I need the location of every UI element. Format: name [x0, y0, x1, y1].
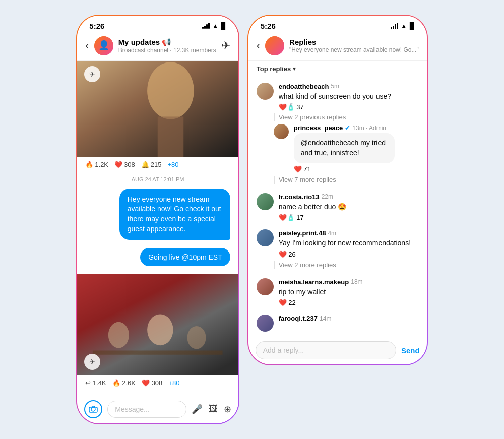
reply-time-2: 22m	[322, 193, 333, 200]
thread-line-2	[274, 176, 275, 184]
reply-username-admin: princess_peace	[294, 124, 343, 132]
reply-meta-2: fr.costa.rio13 22m	[279, 193, 419, 201]
plus-icon[interactable]: ⊕	[224, 404, 231, 415]
right-phone: 5:26 ▲ ▊ ‹	[248, 16, 427, 365]
date-divider: AUG 24 AT 12:01 PM	[77, 172, 238, 186]
reaction-more-1[interactable]: +80	[167, 161, 178, 168]
reply-input-row: Add a reply... Send	[248, 336, 427, 364]
reply-input[interactable]: Add a reply...	[256, 341, 396, 359]
bubble-text-1: Hey everyone new stream available now! G…	[119, 189, 230, 240]
thread-connector-3: View 2 more replies	[248, 260, 427, 272]
reply-username-1: endoatthebeach	[279, 83, 329, 90]
reactions-row-1: 🔥 1.2K ❤️ 308 🔔 215 +80	[77, 157, 238, 172]
replies-header: ‹ Replies "Hey everyone new	[248, 32, 427, 61]
status-icons-right: ▲ ▊	[391, 22, 415, 30]
reaction-reply-2[interactable]: ↩ 1.4K	[85, 379, 106, 387]
forward-button-post1[interactable]: ✈	[84, 66, 100, 82]
post1-image-container: ✈	[77, 61, 238, 157]
post1-image	[77, 61, 238, 157]
replies-avatar	[265, 36, 284, 55]
reply-username-3: paisley.print.48	[279, 229, 326, 237]
input-icons: 🎤 🖼 ⊕	[192, 404, 231, 415]
status-icons-left: ▲ ▊	[202, 22, 226, 30]
svg-point-10	[91, 407, 95, 411]
reaction-heart-2[interactable]: ❤️ 308	[142, 379, 162, 387]
chevron-down-icon[interactable]: ▾	[293, 66, 296, 72]
avatar-r1	[257, 83, 274, 100]
wifi-icon-right: ▲	[401, 22, 407, 30]
view-more-3[interactable]: View 2 more replies	[279, 261, 336, 269]
time-right: 5:26	[261, 22, 276, 30]
view-more-1[interactable]: View 2 previous replies	[279, 113, 346, 121]
avatar-r6	[257, 229, 274, 246]
reply-username-5: farooqi.t.237	[279, 315, 318, 322]
svg-point-9	[187, 326, 206, 349]
left-feed: ✈ 🔥 1.2K ❤️ 308 🔔 215 +80 AUG 24 AT 12:0…	[77, 61, 238, 395]
verified-icon: ✔	[345, 124, 350, 132]
reactions-row-2: ↩ 1.4K 🔥 2.6K ❤️ 308 +80	[77, 375, 238, 391]
left-phone: 5:26 ▲ ▊ ‹	[77, 16, 238, 423]
reply-reactions-4[interactable]: ❤️ 22	[279, 299, 419, 306]
reply-time-4: 18m	[351, 278, 362, 285]
replies-title: Replies	[289, 38, 419, 46]
post2-image-container: ✈	[77, 274, 238, 375]
top-replies-bar: Top replies ▾	[248, 61, 427, 77]
reply-text-3: Yay I'm looking for new recommendations!	[279, 238, 419, 248]
reply-item-2: fr.costa.rio13 22m name a better duo 🤩 ❤…	[248, 189, 427, 224]
left-phone-wrapper: 5:26 ▲ ▊ ‹	[76, 15, 239, 424]
reply-item-1: endoatthebeach 5m what kind of sunscreen…	[248, 79, 427, 113]
reply-meta-4: meisha.learns.makeup 18m	[279, 278, 419, 286]
send-button[interactable]: Send	[401, 346, 420, 355]
reply-meta-admin: princess_peace ✔ 13m · Admin	[294, 124, 419, 132]
reply-meta-1: endoatthebeach 5m	[279, 83, 419, 90]
reaction-heart-1[interactable]: ❤️ 308	[114, 161, 135, 168]
svg-point-3	[147, 62, 194, 119]
avatar-r3	[274, 124, 289, 139]
reaction-fire-2[interactable]: 🔥 2.6K	[112, 379, 136, 387]
send-icon-header[interactable]: ✈	[221, 39, 230, 52]
back-button-left[interactable]: ‹	[85, 39, 89, 52]
reply-meta-3: paisley.print.48 4m	[279, 229, 419, 237]
channel-avatar: 👤	[94, 36, 113, 55]
replies-subtitle: "Hey everyone new stream available now! …	[289, 46, 419, 53]
reply-reactions-2[interactable]: ❤️🧴 17	[279, 214, 419, 221]
reply-reactions-3[interactable]: ❤️ 26	[279, 250, 419, 258]
reply-time-admin: 13m · Admin	[352, 124, 386, 132]
reaction-fire-1[interactable]: 🔥 1.2K	[85, 161, 108, 168]
image-icon[interactable]: 🖼	[209, 404, 218, 415]
reply-reactions-1[interactable]: ❤️🧴 37	[279, 103, 419, 111]
reply-content-5: farooqi.t.237 14m	[279, 315, 419, 324]
svg-text:👤: 👤	[98, 40, 110, 51]
svg-rect-4	[158, 116, 184, 157]
view-more-2[interactable]: View 7 more replies	[279, 176, 336, 183]
reply-item-5: farooqi.t.237 14m	[248, 310, 427, 334]
message-bubble-2: Going live @10pm EST	[77, 244, 238, 268]
bubble-text-2: Going live @10pm EST	[140, 248, 230, 266]
message-input[interactable]: Message...	[107, 401, 186, 418]
status-bar-left: 5:26 ▲ ▊	[77, 16, 238, 32]
channel-name: My updates 📢	[118, 38, 216, 47]
reply-time-5: 14m	[320, 315, 331, 322]
signal-icon-left	[202, 23, 210, 29]
camera-button[interactable]	[84, 400, 102, 418]
thread-connector-2: View 7 more replies	[248, 175, 427, 187]
reaction-more-2[interactable]: +80	[168, 379, 179, 387]
svg-point-7	[108, 322, 129, 348]
reply-text-2: name a better duo 🤩	[279, 202, 419, 212]
back-button-right[interactable]: ‹	[257, 39, 260, 52]
replies-feed: endoatthebeach 5m what kind of sunscreen…	[248, 77, 427, 336]
mic-icon[interactable]: 🎤	[192, 404, 203, 415]
reply-text-4: rip to my wallet	[279, 287, 419, 297]
thread-line-3	[274, 261, 275, 269]
channel-header: ‹ 👤 My updates 📢	[77, 32, 238, 61]
avatar-r9	[257, 315, 274, 332]
reaction-bell-1[interactable]: 🔔 215	[141, 161, 162, 168]
thread-connector-1: View 2 previous replies	[248, 113, 427, 121]
time-left: 5:26	[89, 22, 104, 30]
message-bubble-1: Hey everyone new stream available now! G…	[77, 186, 238, 242]
channel-sub: Broadcast channel · 12.3K members	[118, 47, 216, 54]
phones-container: 5:26 ▲ ▊ ‹	[76, 15, 427, 424]
reply-content-1: endoatthebeach 5m what kind of sunscreen…	[279, 83, 419, 111]
reply-reactions-admin[interactable]: ❤️ 71	[294, 165, 419, 173]
reply-item-3: paisley.print.48 4m Yay I'm looking for …	[248, 225, 427, 260]
